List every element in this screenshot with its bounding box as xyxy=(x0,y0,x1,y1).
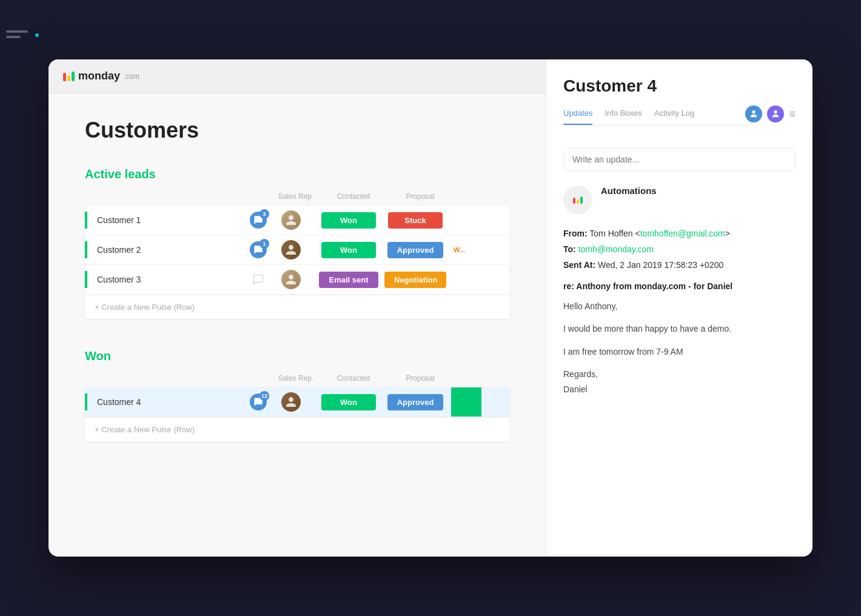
from-label: From: xyxy=(563,229,588,238)
avatar-2 xyxy=(281,240,301,259)
customer-name-3: Customer 3 xyxy=(97,275,245,284)
proposal-cell-1: Stuck xyxy=(382,210,449,231)
won-section: Won Sales Rep. Contacted Proposal Custom… xyxy=(85,349,509,441)
status-approved-2: Approved xyxy=(387,242,444,258)
svg-point-1 xyxy=(774,110,777,113)
from-name: Tom Hoffen xyxy=(589,229,632,238)
avatar-3 xyxy=(281,270,301,289)
status-email-3: Email sent xyxy=(319,272,378,288)
badge-count-4: 12 xyxy=(260,391,269,401)
detail-header: Customer 4 Updates Info Boxes Activity L… xyxy=(546,59,812,129)
email-body2: I am free tomorrow from 7-9 AM xyxy=(563,344,796,360)
contacted-cell-2: Won xyxy=(315,239,382,261)
detail-body: Automations From: Tom Hoffen <tomhoffen@… xyxy=(546,129,812,557)
sent-date: Wed, 2 Jan 2019 17:58:23 +0200 xyxy=(598,260,723,270)
svg-point-0 xyxy=(752,110,755,113)
proposal-cell-4: Approved xyxy=(382,392,449,413)
detail-title: Customer 4 xyxy=(563,76,796,96)
active-leads-section: Active leads Sales Rep. Contacted Propos… xyxy=(85,167,509,319)
email-content: From: Tom Hoffen <tomhoffen@gmail.com> T… xyxy=(563,227,796,397)
col-header-contacted-won: Contacted xyxy=(320,370,387,386)
avatar-cell-1 xyxy=(267,206,315,235)
avatar-cell-2 xyxy=(267,235,315,264)
table-row[interactable]: Customer 3 xyxy=(85,265,509,295)
badge-count-1: 3 xyxy=(260,209,269,219)
col-header-salesrep: Sales Rep. xyxy=(272,189,320,204)
status-stuck-1: Stuck xyxy=(388,212,443,229)
won-table: Customer 4 12 xyxy=(85,387,509,441)
email-signature: Daniel xyxy=(563,382,796,397)
active-leads-title: Active leads xyxy=(85,167,509,181)
customer-name-4: Customer 4 xyxy=(97,397,245,407)
email-subject: re: Anthony from monday.com - for Daniel xyxy=(563,280,796,294)
to-label: To: xyxy=(563,244,576,254)
board-panel: monday.com Customers Active leads Sales … xyxy=(49,59,546,557)
tab-info-boxes[interactable]: Info Boxes xyxy=(605,109,642,125)
table-row[interactable]: Customer 4 12 xyxy=(85,387,509,417)
col-header-name-won xyxy=(90,370,272,386)
avatar-icon[interactable] xyxy=(767,105,784,122)
contacted-cell-1: Won xyxy=(315,210,382,231)
active-leads-table: Customer 1 3 xyxy=(85,206,509,319)
monday-logo: monday.com xyxy=(63,70,139,82)
email-body1: I would be more than happy to have a dem… xyxy=(563,321,796,336)
from-email-link[interactable]: tomhoffen@gmail.com xyxy=(640,229,725,238)
contacted-cell-3: Email sent xyxy=(315,269,382,290)
create-row-won[interactable]: + Create a New Pulse (Row) xyxy=(85,417,509,441)
badge-count-2: 1 xyxy=(260,239,269,249)
top-bar: monday.com xyxy=(49,59,546,93)
board-content: Customers Active leads Sales Rep. Contac… xyxy=(49,93,546,496)
avatar-4 xyxy=(281,392,301,412)
extra-cell-3 xyxy=(449,275,485,284)
automations-logo xyxy=(563,186,592,215)
email-greeting: Hello Anthony, xyxy=(563,299,796,314)
tab-updates[interactable]: Updates xyxy=(563,109,592,125)
col-header-proposal-won: Proposal xyxy=(387,370,454,386)
status-won-2: Won xyxy=(321,242,376,258)
col-header-extra xyxy=(454,189,490,204)
status-negotiation-3: Negotiation xyxy=(384,272,446,288)
chat-badge-2[interactable]: 1 xyxy=(250,241,267,258)
to-email-link[interactable]: tomh@monday.com xyxy=(578,244,654,254)
name-cell-1: Customer 1 3 xyxy=(85,212,267,229)
monday-icon xyxy=(63,72,75,81)
extra-cell-1 xyxy=(449,215,485,225)
create-row-active[interactable]: + Create a New Pulse (Row) xyxy=(85,295,509,319)
name-cell-4: Customer 4 12 xyxy=(85,393,267,410)
email-body: Hello Anthony, I would be more than happ… xyxy=(563,299,796,397)
contacted-cell-4: Won xyxy=(315,392,382,413)
col-headers-won: Sales Rep. Contacted Proposal xyxy=(85,370,509,386)
avatar-1 xyxy=(281,210,301,230)
col-header-proposal: Proposal xyxy=(387,189,454,204)
logo-suffix: .com xyxy=(124,72,139,81)
update-input[interactable] xyxy=(563,148,796,171)
email-sent: Sent At: Wed, 2 Jan 2019 17:58:23 +0200 xyxy=(563,258,796,273)
user-icon-blue[interactable] xyxy=(745,105,762,122)
table-row[interactable]: Customer 2 1 xyxy=(85,235,509,265)
email-from: From: Tom Hoffen <tomhoffen@gmail.com> xyxy=(563,227,796,241)
logo-text: monday xyxy=(78,70,120,82)
status-won-4: Won xyxy=(321,394,376,410)
extra-cell-2: W... xyxy=(449,241,485,258)
col-header-salesrep-won: Sales Rep. xyxy=(272,370,320,386)
avatar-cell-4 xyxy=(267,387,315,417)
chat-badge-3[interactable] xyxy=(250,271,267,288)
menu-icon[interactable]: ≡ xyxy=(789,108,796,121)
sent-label: Sent At: xyxy=(563,260,595,270)
chat-icon-3 xyxy=(250,271,267,288)
status-won-1: Won xyxy=(321,212,376,229)
email-signoff: Regards, xyxy=(563,367,796,382)
col-header-contacted: Contacted xyxy=(320,189,387,204)
chat-badge-4[interactable]: 12 xyxy=(250,393,267,410)
status-approved-4: Approved xyxy=(387,394,444,410)
customer-name-1: Customer 1 xyxy=(97,215,245,225)
name-cell-3: Customer 3 xyxy=(85,271,267,288)
tab-activity-log[interactable]: Activity Log xyxy=(654,109,694,125)
tab-icons: ≡ xyxy=(745,105,796,129)
chat-badge-1[interactable]: 3 xyxy=(250,212,267,229)
automations-label: Automations xyxy=(601,186,657,196)
detail-panel: Customer 4 Updates Info Boxes Activity L… xyxy=(546,59,812,557)
board-title: Customers xyxy=(85,118,509,143)
table-row[interactable]: Customer 1 3 xyxy=(85,206,509,235)
extra-cell-4 xyxy=(451,387,481,417)
